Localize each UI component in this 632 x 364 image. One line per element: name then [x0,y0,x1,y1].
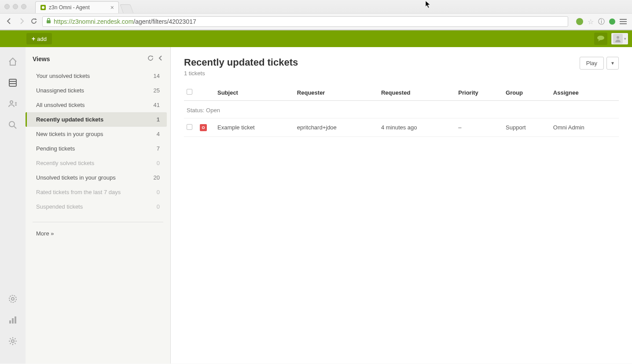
column-group[interactable]: Group [503,85,551,101]
svg-rect-18 [15,316,16,324]
table-group-row: Status: Open [184,101,619,118]
svg-point-15 [11,298,14,300]
url-path: /agent/filters/42023017 [133,18,196,25]
window-maximize-dot[interactable] [21,4,26,9]
app-body: Views Your unsolved tickets14Unassigned … [0,47,632,364]
view-item[interactable]: New tickets in your groups4 [33,127,163,141]
browser-tab[interactable]: z3n Omni - Agent × [35,1,119,13]
browser-tab-row: z3n Omni - Agent × [0,1,632,13]
svg-rect-16 [9,320,11,324]
play-dropdown[interactable]: ▼ [606,57,619,70]
window-minimize-dot[interactable] [13,4,18,9]
cell-requester: epritchard+jdoe [294,118,378,137]
view-item-count: 7 [157,145,160,152]
views-icon[interactable] [7,77,18,88]
view-item[interactable]: All unsolved tickets41 [33,98,163,112]
customers-icon[interactable] [7,98,18,110]
select-all-checkbox[interactable] [187,89,192,95]
column-priority[interactable]: Priority [456,85,503,101]
extension-evernote-icon[interactable] [576,18,583,25]
svg-point-14 [9,295,16,302]
view-item-label: Recently updated tickets [36,116,103,123]
avatar-icon [613,34,623,44]
column-subject[interactable]: Subject [215,85,294,101]
view-item-count: 0 [157,203,160,210]
cell-subject: Example ticket [215,118,294,137]
column-status [197,85,215,101]
view-item[interactable]: Recently updated tickets1 [26,112,167,127]
view-item[interactable]: Rated tickets from the last 7 days0 [33,185,163,199]
header-right: ▾ [594,33,628,45]
ticket-table: Subject Requester Requested Priority Gro… [184,85,619,137]
view-item-count: 41 [154,102,160,108]
profile-menu[interactable]: ▾ [611,33,628,45]
svg-rect-17 [12,318,14,324]
svg-point-4 [617,36,619,39]
page-header: Recently updated tickets 1 tickets Play … [184,57,619,77]
view-item[interactable]: Pending tickets7 [33,141,163,156]
view-item-label: Pending tickets [36,145,75,152]
new-tab-button[interactable] [120,4,133,13]
views-sidebar: Views Your unsolved tickets14Unassigned … [26,47,171,364]
chat-button[interactable] [594,33,607,45]
url-host: https://z3nomni.zendesk.com [54,18,133,25]
window-close-dot[interactable] [4,4,10,9]
svg-point-8 [10,101,13,103]
refresh-icon[interactable] [147,55,154,63]
settings-icon[interactable] [7,335,18,347]
view-item-count: 0 [157,189,160,195]
view-item[interactable]: Recently solved tickets0 [33,156,163,170]
svg-rect-2 [47,20,51,23]
extension-icons: ☆ ⓘ [576,18,627,26]
view-item[interactable]: Unassigned tickets25 [33,83,163,98]
view-item[interactable]: Suspended tickets0 [33,199,163,214]
play-button-group: Play ▼ [580,57,619,70]
caret-down-icon: ▾ [624,37,626,41]
svg-point-12 [9,121,15,127]
column-assignee[interactable]: Assignee [551,85,619,101]
column-checkbox [184,85,197,101]
add-button[interactable]: + add [26,33,52,44]
svg-point-3 [597,36,604,40]
chrome-menu-icon[interactable] [620,19,627,24]
address-bar[interactable]: https://z3nomni.zendesk.com/agent/filter… [42,16,568,27]
column-requested[interactable]: Requested [378,85,456,101]
browser-chrome: z3n Omni - Agent × https://z3nomni.zende… [0,0,632,30]
view-item-label: Your unsolved tickets [36,73,90,79]
tab-close-icon[interactable]: × [110,4,114,11]
extension-info-icon[interactable]: ⓘ [598,18,605,26]
collapse-icon[interactable] [158,55,163,63]
bookmark-star-icon[interactable]: ☆ [588,18,594,26]
reload-icon[interactable] [30,18,38,26]
play-button[interactable]: Play [580,57,604,70]
favicon-icon [40,4,46,11]
search-icon[interactable] [7,119,18,131]
view-item-count: 1 [157,116,160,123]
row-checkbox[interactable] [187,124,192,130]
view-list: Your unsolved tickets14Unassigned ticket… [33,69,163,214]
back-icon[interactable] [5,18,13,26]
group-header-label: Status: Open [184,101,619,118]
reports-icon[interactable] [7,314,18,326]
view-item-count: 14 [154,73,160,79]
admin-icon[interactable] [7,293,18,305]
views-header: Views [33,47,163,69]
forward-icon[interactable] [18,18,26,26]
browser-toolbar: https://z3nomni.zendesk.com/agent/filter… [0,13,632,30]
view-item[interactable]: Unsolved tickets in your groups20 [33,170,163,185]
view-item-label: Unassigned tickets [36,87,84,94]
view-item-label: New tickets in your groups [36,131,103,137]
cell-assignee: Omni Admin [551,118,619,137]
column-requester[interactable]: Requester [294,85,378,101]
lock-icon [46,18,51,25]
home-icon[interactable] [7,56,18,67]
tab-title: z3n Omni - Agent [49,4,90,11]
svg-rect-5 [9,79,16,86]
extension-green-icon[interactable] [609,18,615,25]
table-row[interactable]: OExample ticketepritchard+jdoe4 minutes … [184,118,619,137]
main-content: Recently updated tickets 1 tickets Play … [171,47,632,364]
view-item-count: 4 [157,131,160,137]
view-item-count: 20 [154,174,160,181]
view-item[interactable]: Your unsolved tickets14 [33,69,163,83]
more-views-link[interactable]: More » [33,228,163,239]
